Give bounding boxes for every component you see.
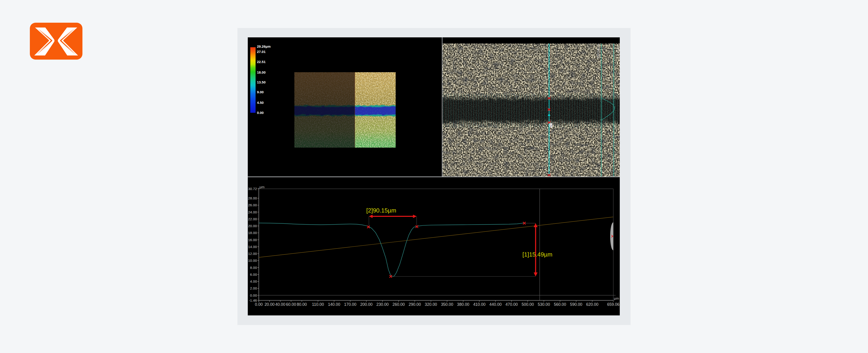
svg-text:20.00: 20.00 — [248, 224, 257, 228]
svg-text:380.00: 380.00 — [457, 302, 469, 307]
svg-text:720.96µm: 720.96µm — [596, 44, 600, 59]
svg-text:5.45µm: 5.45µm — [616, 45, 620, 56]
svg-text:60.00: 60.00 — [286, 302, 296, 307]
svg-text:320.00: 320.00 — [425, 302, 437, 307]
svg-text:0.00: 0.00 — [250, 293, 257, 297]
svg-text:440.00: 440.00 — [489, 302, 502, 307]
svg-text:28.00: 28.00 — [248, 196, 257, 200]
svg-text:[2]90.15µm: [2]90.15µm — [366, 207, 396, 214]
svg-text:140.00: 140.00 — [328, 302, 340, 307]
svg-text:4.00: 4.00 — [250, 279, 257, 283]
svg-text:620.00: 620.00 — [586, 302, 599, 307]
svg-text:2: 2 — [550, 124, 552, 128]
svg-text:590.00: 590.00 — [570, 302, 582, 307]
svg-text:20.00: 20.00 — [265, 302, 275, 307]
svg-text:410.00: 410.00 — [473, 302, 486, 307]
svg-text:560.00: 560.00 — [554, 302, 566, 307]
svg-text:14.00: 14.00 — [248, 245, 257, 249]
svg-text:2.00: 2.00 — [250, 286, 257, 290]
svg-text:10.00: 10.00 — [248, 258, 257, 262]
svg-text:200.00: 200.00 — [360, 302, 373, 307]
svg-text:230.00: 230.00 — [376, 302, 389, 307]
svg-text:26.00: 26.00 — [248, 203, 257, 207]
svg-text:170.00: 170.00 — [344, 302, 356, 307]
svg-text:350.00: 350.00 — [441, 302, 453, 307]
svg-text:290.00: 290.00 — [409, 302, 421, 307]
svg-text:0.00: 0.00 — [255, 302, 263, 307]
svg-text:30.72: 30.72 — [248, 187, 257, 191]
svg-text:16.00: 16.00 — [248, 238, 257, 242]
svg-text:µm: µm — [259, 185, 265, 189]
svg-text:24.00: 24.00 — [248, 210, 257, 214]
svg-text:470.00: 470.00 — [505, 302, 518, 307]
svg-text:12.00: 12.00 — [248, 252, 257, 256]
svg-text:-1.46: -1.46 — [249, 298, 257, 302]
svg-text:40.00: 40.00 — [275, 302, 285, 307]
svg-text:500.00: 500.00 — [522, 302, 534, 307]
svg-text:260.00: 260.00 — [393, 302, 405, 307]
svg-text:80.00: 80.00 — [297, 302, 307, 307]
svg-text:µm: µm — [614, 296, 619, 300]
svg-text:8.00: 8.00 — [250, 266, 257, 270]
svg-text:22.00: 22.00 — [248, 217, 257, 221]
svg-text:530.00: 530.00 — [538, 302, 550, 307]
svg-text:659.06: 659.06 — [607, 302, 620, 307]
svg-text:110.00: 110.00 — [312, 302, 324, 307]
svg-text:6.00: 6.00 — [250, 273, 257, 276]
svg-text:18.00: 18.00 — [248, 231, 257, 235]
svg-text:[1]15.49µm: [1]15.49µm — [522, 251, 553, 258]
